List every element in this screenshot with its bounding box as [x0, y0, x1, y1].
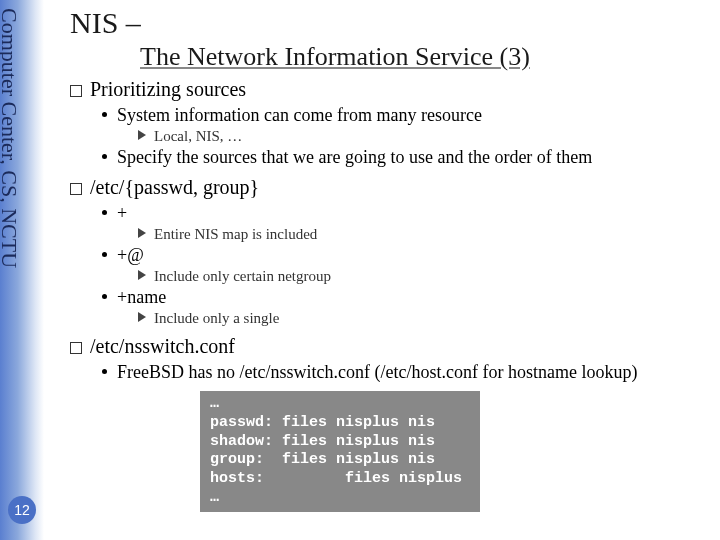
bullet-icon: [102, 210, 107, 215]
sub-bullet-text: Entire NIS map is included: [154, 226, 317, 242]
triangle-icon: [138, 130, 146, 140]
code-block: … passwd: files nisplus nis shadow: file…: [200, 391, 480, 512]
bullet-text: System information can come from many re…: [117, 105, 482, 125]
checkbox-icon: [70, 183, 82, 195]
section-heading: /etc/{passwd, group}: [90, 176, 259, 198]
section: /etc/nsswitch.conf FreeBSD has no /etc/n…: [70, 335, 708, 383]
section-list: Prioritizing sources System information …: [70, 78, 708, 383]
bullet-icon: [102, 112, 107, 117]
sub-bullet-text: Include only certain netgroup: [154, 268, 331, 284]
triangle-icon: [138, 270, 146, 280]
title-main: The Network Information Service (3): [140, 42, 708, 72]
bullet-icon: [102, 154, 107, 159]
checkbox-icon: [70, 342, 82, 354]
bullet-icon: [102, 252, 107, 257]
bullet-icon: [102, 369, 107, 374]
page-number-badge: 12: [8, 496, 36, 524]
sidebar: Computer Center, CS, NCTU: [0, 0, 44, 540]
bullet-text: Specify the sources that we are going to…: [117, 147, 592, 167]
sub-bullet-text: Include only a single: [154, 310, 279, 326]
bullet-icon: [102, 294, 107, 299]
section-heading: Prioritizing sources: [90, 78, 246, 100]
slide-content: NIS – The Network Information Service (3…: [70, 6, 708, 512]
triangle-icon: [138, 228, 146, 238]
section: /etc/{passwd, group} + Entire NIS map is…: [70, 176, 708, 327]
sidebar-label: Computer Center, CS, NCTU: [0, 8, 22, 268]
triangle-icon: [138, 312, 146, 322]
bullet-text: +@: [117, 245, 144, 265]
section-heading: /etc/nsswitch.conf: [90, 335, 235, 357]
sub-bullet-text: Local, NIS, …: [154, 128, 242, 144]
section: Prioritizing sources System information …: [70, 78, 708, 168]
bullet-text: +name: [117, 287, 166, 307]
title-prefix: NIS –: [70, 6, 708, 40]
checkbox-icon: [70, 85, 82, 97]
bullet-text: +: [117, 203, 127, 223]
bullet-text: FreeBSD has no /etc/nsswitch.conf (/etc/…: [117, 362, 637, 382]
